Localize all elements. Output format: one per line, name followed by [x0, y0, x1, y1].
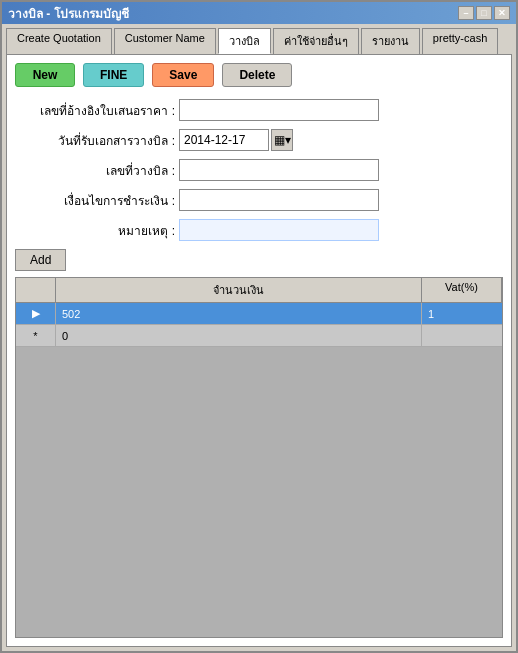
tab-bar: Create Quotation Customer Name วางบิล ค่…	[2, 24, 516, 54]
grid-body: ▶ 502 1 * 0	[16, 303, 502, 637]
save-button[interactable]: Save	[152, 63, 214, 87]
ref-input[interactable]	[179, 99, 379, 121]
note-label: หมายเหตุ :	[15, 221, 175, 240]
condition-input[interactable]	[179, 189, 379, 211]
row-indicator: *	[16, 325, 56, 346]
grid-cell-vat[interactable]	[422, 325, 502, 346]
grid-cell-amount[interactable]: 0	[56, 325, 422, 346]
grid-cell-vat[interactable]: 1	[422, 303, 502, 324]
billno-label: เลขที่วางบิล :	[15, 161, 175, 180]
title-bar-buttons: – □ ✕	[458, 6, 510, 20]
tab-content: New FINE Save Delete เลขที่อ้างอิงใบเสนอ…	[6, 54, 512, 647]
grid-header-vat: Vat(%)	[422, 278, 502, 302]
grid-section: จำนวนเงิน Vat(%) ▶ 502 1 * 0	[15, 277, 503, 638]
maximize-button[interactable]: □	[476, 6, 492, 20]
date-label: วันที่รับเอกสารวางบิล :	[15, 131, 175, 150]
row-indicator: ▶	[16, 303, 56, 324]
tab-rayngarn[interactable]: รายงาน	[361, 28, 420, 54]
main-window: วางบิล - โปรแกรมบัญชี – □ ✕ Create Quota…	[0, 0, 518, 653]
grid-header-indicator	[16, 278, 56, 302]
add-button[interactable]: Add	[15, 249, 66, 271]
toolbar: New FINE Save Delete	[15, 63, 503, 87]
ref-label: เลขที่อ้างอิงใบเสนอราคา :	[15, 101, 175, 120]
date-input-wrap: ▦▾	[179, 129, 293, 151]
fine-button[interactable]: FINE	[83, 63, 144, 87]
date-row: วันที่รับเอกสารวางบิล : ▦▾	[15, 129, 503, 151]
window-title: วางบิล - โปรแกรมบัญชี	[8, 4, 129, 23]
title-bar: วางบิล - โปรแกรมบัญชี – □ ✕	[2, 2, 516, 24]
date-input[interactable]	[179, 129, 269, 151]
tab-kha-chai-jai[interactable]: ค่าใช้จ่ายอื่นๆ	[273, 28, 359, 54]
tab-pretty-cash[interactable]: pretty-cash	[422, 28, 498, 54]
delete-button[interactable]: Delete	[222, 63, 292, 87]
grid-header-amount: จำนวนเงิน	[56, 278, 422, 302]
tab-wangbil[interactable]: วางบิล	[218, 28, 271, 54]
condition-label: เงื่อนไขการชำระเงิน :	[15, 191, 175, 210]
billno-input[interactable]	[179, 159, 379, 181]
calendar-icon: ▦▾	[274, 133, 291, 147]
grid-header: จำนวนเงิน Vat(%)	[16, 278, 502, 303]
new-button[interactable]: New	[15, 63, 75, 87]
note-row: หมายเหตุ :	[15, 219, 503, 241]
calendar-button[interactable]: ▦▾	[271, 129, 293, 151]
table-row[interactable]: * 0	[16, 325, 502, 347]
ref-row: เลขที่อ้างอิงใบเสนอราคา :	[15, 99, 503, 121]
tab-create-quotation[interactable]: Create Quotation	[6, 28, 112, 54]
table-row[interactable]: ▶ 502 1	[16, 303, 502, 325]
note-input[interactable]	[179, 219, 379, 241]
grid-cell-amount[interactable]: 502	[56, 303, 422, 324]
minimize-button[interactable]: –	[458, 6, 474, 20]
condition-row: เงื่อนไขการชำระเงิน :	[15, 189, 503, 211]
billno-row: เลขที่วางบิล :	[15, 159, 503, 181]
tab-customer-name[interactable]: Customer Name	[114, 28, 216, 54]
close-button[interactable]: ✕	[494, 6, 510, 20]
form-section: เลขที่อ้างอิงใบเสนอราคา : วันที่รับเอกสา…	[15, 99, 503, 241]
